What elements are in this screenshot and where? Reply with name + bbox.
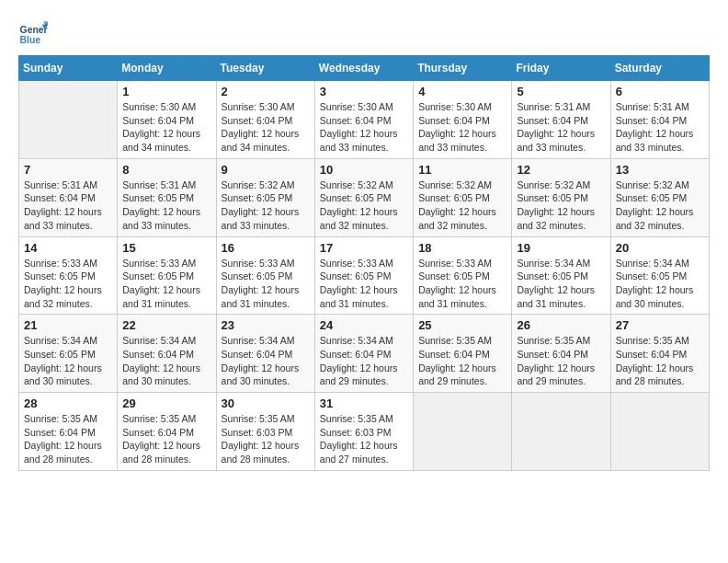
calendar-cell: 26Sunrise: 5:35 AM Sunset: 6:04 PM Dayli… [512,315,610,393]
day-info: Sunrise: 5:32 AM Sunset: 6:05 PM Dayligh… [418,178,506,233]
calendar-cell: 22Sunrise: 5:34 AM Sunset: 6:04 PM Dayli… [118,315,216,393]
weekday-header-thursday: Thursday [414,56,512,81]
day-number: 11 [418,163,506,177]
day-number: 23 [222,318,310,332]
calendar-cell: 7Sunrise: 5:31 AM Sunset: 6:04 PM Daylig… [19,158,118,236]
calendar-cell: 2Sunrise: 5:30 AM Sunset: 6:04 PM Daylig… [216,81,314,159]
day-info: Sunrise: 5:31 AM Sunset: 6:04 PM Dayligh… [616,100,704,155]
day-number: 1 [122,85,210,98]
calendar-cell: 30Sunrise: 5:35 AM Sunset: 6:03 PM Dayli… [216,393,314,471]
day-info: Sunrise: 5:35 AM Sunset: 6:04 PM Dayligh… [418,334,506,388]
day-number: 30 [222,396,310,410]
top-area: General Blue [18,18,710,48]
day-number: 5 [517,85,605,98]
calendar-cell: 5Sunrise: 5:31 AM Sunset: 6:04 PM Daylig… [512,81,610,159]
day-info: Sunrise: 5:32 AM Sunset: 6:05 PM Dayligh… [616,178,704,233]
day-info: Sunrise: 5:35 AM Sunset: 6:04 PM Dayligh… [24,412,112,466]
day-info: Sunrise: 5:31 AM Sunset: 6:05 PM Dayligh… [122,178,210,233]
day-info: Sunrise: 5:34 AM Sunset: 6:05 PM Dayligh… [517,257,605,311]
day-info: Sunrise: 5:34 AM Sunset: 6:05 PM Dayligh… [616,257,704,311]
day-info: Sunrise: 5:30 AM Sunset: 6:04 PM Dayligh… [222,100,310,155]
day-info: Sunrise: 5:34 AM Sunset: 6:04 PM Dayligh… [320,334,408,388]
day-number: 26 [517,318,605,332]
calendar-cell: 3Sunrise: 5:30 AM Sunset: 6:04 PM Daylig… [314,81,413,159]
day-info: Sunrise: 5:33 AM Sunset: 6:05 PM Dayligh… [24,257,112,311]
logo: General Blue [18,18,710,48]
day-number: 13 [616,163,704,177]
day-number: 19 [517,241,605,255]
day-info: Sunrise: 5:35 AM Sunset: 6:04 PM Dayligh… [122,412,210,466]
calendar-week-1: 1Sunrise: 5:30 AM Sunset: 6:04 PM Daylig… [19,81,710,159]
calendar-cell: 8Sunrise: 5:31 AM Sunset: 6:05 PM Daylig… [118,158,216,236]
calendar-table: SundayMondayTuesdayWednesdayThursdayFrid… [18,55,710,471]
calendar-cell: 12Sunrise: 5:32 AM Sunset: 6:05 PM Dayli… [512,158,610,236]
day-info: Sunrise: 5:34 AM Sunset: 6:04 PM Dayligh… [222,334,310,388]
day-info: Sunrise: 5:31 AM Sunset: 6:04 PM Dayligh… [517,100,605,155]
day-info: Sunrise: 5:35 AM Sunset: 6:04 PM Dayligh… [616,334,704,388]
day-info: Sunrise: 5:32 AM Sunset: 6:05 PM Dayligh… [320,178,408,233]
day-number: 25 [418,318,506,332]
calendar-cell: 11Sunrise: 5:32 AM Sunset: 6:05 PM Dayli… [414,158,512,236]
calendar-cell [512,393,610,471]
day-number: 14 [24,241,112,255]
weekday-header-tuesday: Tuesday [216,56,314,81]
calendar-cell: 19Sunrise: 5:34 AM Sunset: 6:05 PM Dayli… [512,236,610,315]
day-number: 31 [320,396,408,410]
day-number: 17 [320,241,408,255]
calendar-cell: 1Sunrise: 5:30 AM Sunset: 6:04 PM Daylig… [118,81,216,159]
calendar-cell: 14Sunrise: 5:33 AM Sunset: 6:05 PM Dayli… [19,236,118,315]
calendar-cell: 4Sunrise: 5:30 AM Sunset: 6:04 PM Daylig… [414,81,512,159]
calendar-cell: 28Sunrise: 5:35 AM Sunset: 6:04 PM Dayli… [19,393,118,471]
day-number: 3 [320,85,408,98]
calendar-cell: 16Sunrise: 5:33 AM Sunset: 6:05 PM Dayli… [216,236,314,315]
calendar-cell [610,393,709,471]
weekday-header-friday: Friday [512,56,610,81]
day-info: Sunrise: 5:35 AM Sunset: 6:04 PM Dayligh… [517,334,605,388]
day-info: Sunrise: 5:34 AM Sunset: 6:05 PM Dayligh… [24,334,112,388]
day-number: 24 [320,318,408,332]
weekday-header-row: SundayMondayTuesdayWednesdayThursdayFrid… [19,56,710,81]
calendar-week-3: 14Sunrise: 5:33 AM Sunset: 6:05 PM Dayli… [19,236,710,315]
calendar-week-2: 7Sunrise: 5:31 AM Sunset: 6:04 PM Daylig… [19,158,710,236]
day-number: 4 [418,85,506,98]
day-number: 18 [418,241,506,255]
day-number: 20 [616,241,704,255]
day-info: Sunrise: 5:30 AM Sunset: 6:04 PM Dayligh… [320,100,408,155]
day-number: 9 [222,163,310,177]
day-info: Sunrise: 5:33 AM Sunset: 6:05 PM Dayligh… [222,257,310,311]
calendar-cell: 27Sunrise: 5:35 AM Sunset: 6:04 PM Dayli… [610,315,709,393]
day-number: 7 [24,163,112,177]
calendar-cell: 24Sunrise: 5:34 AM Sunset: 6:04 PM Dayli… [314,315,413,393]
calendar-cell: 21Sunrise: 5:34 AM Sunset: 6:05 PM Dayli… [19,315,118,393]
day-number: 16 [222,241,310,255]
calendar-cell: 23Sunrise: 5:34 AM Sunset: 6:04 PM Dayli… [216,315,314,393]
calendar-cell: 25Sunrise: 5:35 AM Sunset: 6:04 PM Dayli… [414,315,512,393]
weekday-header-wednesday: Wednesday [314,56,413,81]
day-number: 2 [222,85,310,98]
calendar-cell: 10Sunrise: 5:32 AM Sunset: 6:05 PM Dayli… [314,158,413,236]
calendar-cell: 31Sunrise: 5:35 AM Sunset: 6:03 PM Dayli… [314,393,413,471]
day-info: Sunrise: 5:30 AM Sunset: 6:04 PM Dayligh… [122,100,210,155]
calendar-cell: 13Sunrise: 5:32 AM Sunset: 6:05 PM Dayli… [610,158,709,236]
weekday-header-monday: Monday [118,56,216,81]
day-number: 10 [320,163,408,177]
day-info: Sunrise: 5:35 AM Sunset: 6:03 PM Dayligh… [320,412,408,466]
day-info: Sunrise: 5:33 AM Sunset: 6:05 PM Dayligh… [122,257,210,311]
day-info: Sunrise: 5:34 AM Sunset: 6:04 PM Dayligh… [122,334,210,388]
day-number: 8 [122,163,210,177]
svg-text:Blue: Blue [20,35,41,45]
day-info: Sunrise: 5:30 AM Sunset: 6:04 PM Dayligh… [418,100,506,155]
day-number: 22 [122,318,210,332]
calendar-cell: 6Sunrise: 5:31 AM Sunset: 6:04 PM Daylig… [610,81,709,159]
day-info: Sunrise: 5:32 AM Sunset: 6:05 PM Dayligh… [517,178,605,233]
logo-icon: General Blue [18,18,48,48]
weekday-header-saturday: Saturday [610,56,709,81]
calendar-cell: 15Sunrise: 5:33 AM Sunset: 6:05 PM Dayli… [118,236,216,315]
calendar-cell [19,81,118,159]
day-number: 6 [616,85,704,98]
day-number: 15 [122,241,210,255]
day-info: Sunrise: 5:33 AM Sunset: 6:05 PM Dayligh… [320,257,408,311]
day-info: Sunrise: 5:32 AM Sunset: 6:05 PM Dayligh… [222,178,310,233]
day-number: 27 [616,318,704,332]
day-info: Sunrise: 5:31 AM Sunset: 6:04 PM Dayligh… [24,178,112,233]
